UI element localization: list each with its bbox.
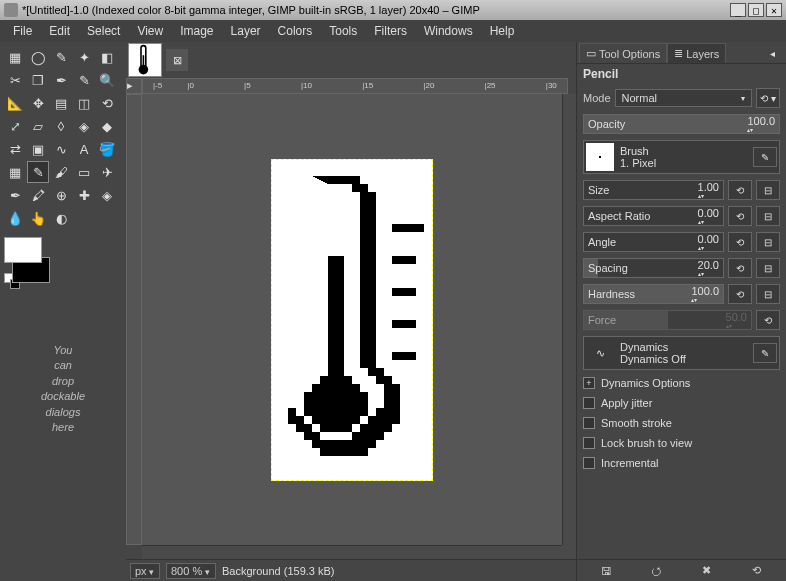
unit-selector[interactable]: px ▾	[130, 563, 160, 579]
paintbrush-tool-icon[interactable]: 🖌	[50, 161, 72, 183]
shear-tool-icon[interactable]: ▱	[27, 115, 49, 137]
airbrush-tool-icon[interactable]: ✈	[96, 161, 118, 183]
hardness-reset-icon[interactable]: ⟲	[728, 284, 752, 304]
unified-transform-tool-icon[interactable]: ◈	[73, 115, 95, 137]
menu-file[interactable]: File	[6, 21, 39, 41]
bucket-fill-tool-icon[interactable]: 🪣	[96, 138, 118, 160]
angle-link-icon[interactable]: ⊟	[756, 232, 780, 252]
hardness-slider[interactable]: Hardness100.0▴▾	[583, 284, 724, 304]
canvas[interactable]	[271, 159, 433, 481]
force-slider[interactable]: Force50.0▴▾	[583, 310, 752, 330]
dodge-tool-icon[interactable]: ◐	[50, 207, 72, 229]
brush-preview[interactable]	[586, 143, 614, 171]
size-slider[interactable]: Size1.00▴▾	[583, 180, 724, 200]
size-reset-icon[interactable]: ⟲	[728, 180, 752, 200]
angle-reset-icon[interactable]: ⟲	[728, 232, 752, 252]
menu-select[interactable]: Select	[80, 21, 127, 41]
spacing-reset-icon[interactable]: ⟲	[728, 258, 752, 278]
ellipse-select-tool-icon[interactable]: ◯	[27, 46, 49, 68]
text-tool-icon[interactable]: A	[73, 138, 95, 160]
gradient-tool-icon[interactable]: ▦	[4, 161, 26, 183]
zoom-tool-icon[interactable]: 🔍	[96, 69, 118, 91]
color-picker-tool-icon[interactable]: ✎	[73, 69, 95, 91]
reset-preset-icon[interactable]: ⟲	[748, 563, 766, 579]
smooth-stroke-checkbox[interactable]: Smooth stroke	[583, 416, 780, 430]
foreground-color[interactable]	[4, 237, 42, 263]
menu-colors[interactable]: Colors	[271, 21, 320, 41]
perspective-clone-tool-icon[interactable]: ◈	[96, 184, 118, 206]
size-link-icon[interactable]: ⊟	[756, 180, 780, 200]
aspect-reset-icon[interactable]: ⟲	[728, 206, 752, 226]
spacing-slider[interactable]: Spacing20.0▴▾	[583, 258, 724, 278]
tab-tool-options[interactable]: ▭Tool Options	[579, 43, 667, 63]
move-tool-icon[interactable]: ✥	[27, 92, 49, 114]
spacing-link-icon[interactable]: ⊟	[756, 258, 780, 278]
menu-edit[interactable]: Edit	[42, 21, 77, 41]
image-tab[interactable]	[128, 43, 162, 77]
eraser-tool-icon[interactable]: ▭	[73, 161, 95, 183]
brush-edit-icon[interactable]: ✎	[753, 147, 777, 167]
by-color-select-tool-icon[interactable]: ◧	[96, 46, 118, 68]
vertical-scrollbar[interactable]	[562, 94, 576, 545]
canvas-viewport[interactable]	[142, 94, 562, 545]
menu-filters[interactable]: Filters	[367, 21, 414, 41]
scale-tool-icon[interactable]: ⤢	[4, 115, 26, 137]
menu-help[interactable]: Help	[483, 21, 522, 41]
menu-layer[interactable]: Layer	[224, 21, 268, 41]
color-swatches[interactable]	[4, 237, 60, 283]
blur-tool-icon[interactable]: 💧	[4, 207, 26, 229]
close-button[interactable]: ✕	[766, 3, 782, 17]
align-tool-icon[interactable]: ▤	[50, 92, 72, 114]
delete-preset-icon[interactable]: ✖	[698, 563, 716, 579]
dynamics-options-expander[interactable]: +Dynamics Options	[583, 376, 780, 390]
pencil-tool-icon[interactable]: ✎	[27, 161, 49, 183]
maximize-button[interactable]: □	[748, 3, 764, 17]
minimize-button[interactable]: _	[730, 3, 746, 17]
tab-layers[interactable]: ≣Layers	[667, 43, 726, 63]
panel-menu-icon[interactable]: ◂	[760, 43, 784, 63]
heal-tool-icon[interactable]: ✚	[73, 184, 95, 206]
navigation-icon[interactable]	[562, 545, 576, 559]
mode-reset-icon[interactable]: ⟲ ▾	[756, 88, 780, 108]
paths-tool-icon[interactable]: ✒	[50, 69, 72, 91]
aspect-link-icon[interactable]: ⊟	[756, 206, 780, 226]
flip-tool-icon[interactable]: ⇄	[4, 138, 26, 160]
zoom-selector[interactable]: 800 % ▾	[166, 563, 216, 579]
rotate-tool-icon[interactable]: ⟲	[96, 92, 118, 114]
ink-tool-icon[interactable]: ✒	[4, 184, 26, 206]
smudge-tool-icon[interactable]: 👆	[27, 207, 49, 229]
opacity-slider[interactable]: Opacity 100.0▴▾	[583, 114, 780, 134]
horizontal-ruler[interactable]: |-5|0|5|10|15|20|25|30	[142, 78, 568, 94]
menu-image[interactable]: Image	[173, 21, 220, 41]
fuzzy-select-tool-icon[interactable]: ✦	[73, 46, 95, 68]
tab-close-icon[interactable]: ⊠	[166, 49, 188, 71]
warp-tool-icon[interactable]: ∿	[50, 138, 72, 160]
scissors-tool-icon[interactable]: ✂	[4, 69, 26, 91]
free-select-tool-icon[interactable]: ✎	[50, 46, 72, 68]
vertical-ruler[interactable]	[126, 94, 142, 545]
angle-slider[interactable]: Angle0.00▴▾	[583, 232, 724, 252]
measure-tool-icon[interactable]: 📐	[4, 92, 26, 114]
menu-tools[interactable]: Tools	[322, 21, 364, 41]
apply-jitter-checkbox[interactable]: Apply jitter	[583, 396, 780, 410]
clone-tool-icon[interactable]: ⊕	[50, 184, 72, 206]
force-reset-icon[interactable]: ⟲	[756, 310, 780, 330]
foreground-select-tool-icon[interactable]: ❐	[27, 69, 49, 91]
restore-preset-icon[interactable]: ⭯	[647, 563, 665, 579]
handle-transform-tool-icon[interactable]: ◆	[96, 115, 118, 137]
crop-tool-icon[interactable]: ◫	[73, 92, 95, 114]
cage-tool-icon[interactable]: ▣	[27, 138, 49, 160]
dynamics-edit-icon[interactable]: ✎	[753, 343, 777, 363]
perspective-tool-icon[interactable]: ◊	[50, 115, 72, 137]
lock-brush-checkbox[interactable]: Lock brush to view	[583, 436, 780, 450]
dynamics-preview[interactable]: ∿	[586, 339, 614, 367]
mode-dropdown[interactable]: Normal▾	[615, 89, 752, 107]
mypaint-tool-icon[interactable]: 🖍	[27, 184, 49, 206]
incremental-checkbox[interactable]: Incremental	[583, 456, 780, 470]
ruler-menu-icon[interactable]: ▸	[126, 78, 142, 94]
horizontal-scrollbar[interactable]	[142, 545, 562, 559]
rect-select-tool-icon[interactable]: ▦	[4, 46, 26, 68]
hardness-link-icon[interactable]: ⊟	[756, 284, 780, 304]
menu-windows[interactable]: Windows	[417, 21, 480, 41]
aspect-slider[interactable]: Aspect Ratio0.00▴▾	[583, 206, 724, 226]
